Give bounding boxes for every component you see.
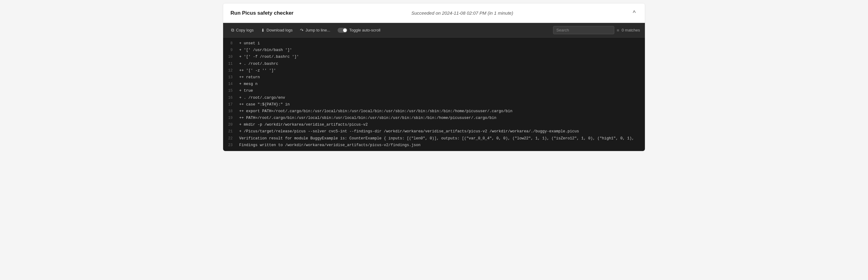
copy-logs-button[interactable]: ⧉ Copy logs	[228, 26, 257, 34]
toggle-thumb	[343, 28, 347, 32]
card-status: Succeeded on 2024-11-08 02:07 PM (in 1 m…	[411, 10, 513, 15]
log-line: 8 + unset i	[223, 40, 645, 47]
line-content: + '[' /usr/bin/bash ']'	[237, 47, 297, 53]
line-number: 17	[223, 102, 237, 108]
line-content: + '[' -f /root/.bashrc ']'	[237, 54, 304, 60]
line-number: 10	[223, 54, 237, 60]
line-number: 18	[223, 108, 237, 114]
line-content: ++ case ":${PATH}:" in	[237, 102, 295, 108]
line-number: 20	[223, 122, 237, 128]
jump-icon: ↷	[300, 28, 304, 33]
toggle-autoscroll[interactable]: Toggle auto-scroll	[335, 26, 383, 34]
log-line: 10 + '[' -f /root/.bashrc ']'	[223, 54, 645, 60]
log-line: 9 + '[' /usr/bin/bash ']'	[223, 47, 645, 54]
line-content: + . /root/.cargo/env	[237, 95, 290, 101]
matches-icon: ≡	[617, 28, 619, 33]
download-icon: ⬇	[261, 28, 265, 33]
log-line: 22 Verification result for module BuggyE…	[223, 135, 645, 142]
line-number: 13	[223, 75, 237, 80]
matches-count: 0 matches	[622, 28, 640, 32]
line-content: + /Picus/target/release/picus --solver c…	[237, 128, 584, 135]
line-content: ++ return	[237, 74, 265, 80]
line-content: ++ '[' -z '' ']'	[237, 68, 281, 74]
log-line: 16 + . /root/.cargo/env	[223, 95, 645, 101]
log-line: 21 + /Picus/target/release/picus --solve…	[223, 128, 645, 135]
log-body: 8 + unset i9 + '[' /usr/bin/bash ']'10 +…	[223, 38, 645, 151]
jump-to-line-button[interactable]: ↷ Jump to line...	[297, 26, 333, 34]
log-line: 15 + true	[223, 88, 645, 94]
line-number: 21	[223, 129, 237, 135]
main-card: Run Picus safety checker Succeeded on 20…	[223, 3, 645, 151]
log-line: 23 Findings written to /workdir/workarea…	[223, 142, 645, 148]
download-logs-button[interactable]: ⬇ Download logs	[258, 26, 296, 34]
line-number: 11	[223, 61, 237, 67]
line-number: 15	[223, 88, 237, 94]
log-line: 13 ++ return	[223, 74, 645, 81]
log-line: 20 + mkdir -p /workdir/workarea/veridise…	[223, 121, 645, 128]
log-toolbar: ⧉ Copy logs ⬇ Download logs ↷ Jump to li…	[223, 23, 645, 38]
log-line: 17 ++ case ":${PATH}:" in	[223, 101, 645, 108]
line-number: 12	[223, 68, 237, 74]
card-header: Run Picus safety checker Succeeded on 20…	[223, 3, 645, 23]
search-input[interactable]	[553, 26, 614, 34]
line-content: + mesg n	[237, 81, 262, 87]
line-number: 8	[223, 41, 237, 46]
line-content: ++ export PATH=/root/.cargo/bin:/usr/loc…	[237, 108, 517, 114]
line-number: 23	[223, 142, 237, 148]
log-line: 18 ++ export PATH=/root/.cargo/bin:/usr/…	[223, 108, 645, 115]
line-content: + unset i	[237, 40, 265, 46]
card-title: Run Picus safety checker	[230, 10, 293, 16]
line-number: 22	[223, 136, 237, 142]
toggle-track	[338, 28, 347, 33]
line-number: 19	[223, 115, 237, 121]
line-content: Findings written to /workdir/workarea/ve…	[237, 142, 426, 148]
line-number: 9	[223, 47, 237, 53]
line-number: 16	[223, 95, 237, 101]
log-container: ⧉ Copy logs ⬇ Download logs ↷ Jump to li…	[223, 23, 645, 151]
collapse-button[interactable]: ^	[631, 9, 638, 17]
line-content: + true	[237, 88, 258, 94]
line-content: ++ PATH=/root/.cargo/bin:/usr/local/sbin…	[237, 115, 501, 121]
log-line: 14 + mesg n	[223, 81, 645, 88]
line-content: + . /root/.bashrc	[237, 61, 283, 67]
log-line: 12 ++ '[' -z '' ']'	[223, 67, 645, 74]
log-line: 11 + . /root/.bashrc	[223, 61, 645, 67]
search-area: ≡ 0 matches	[553, 26, 640, 34]
line-content: Verification result for module BuggyExam…	[237, 135, 639, 142]
copy-icon: ⧉	[231, 28, 234, 33]
line-number: 14	[223, 81, 237, 87]
log-line: 19 ++ PATH=/root/.cargo/bin:/usr/local/s…	[223, 115, 645, 121]
line-content: + mkdir -p /workdir/workarea/veridise_ar…	[237, 122, 373, 128]
